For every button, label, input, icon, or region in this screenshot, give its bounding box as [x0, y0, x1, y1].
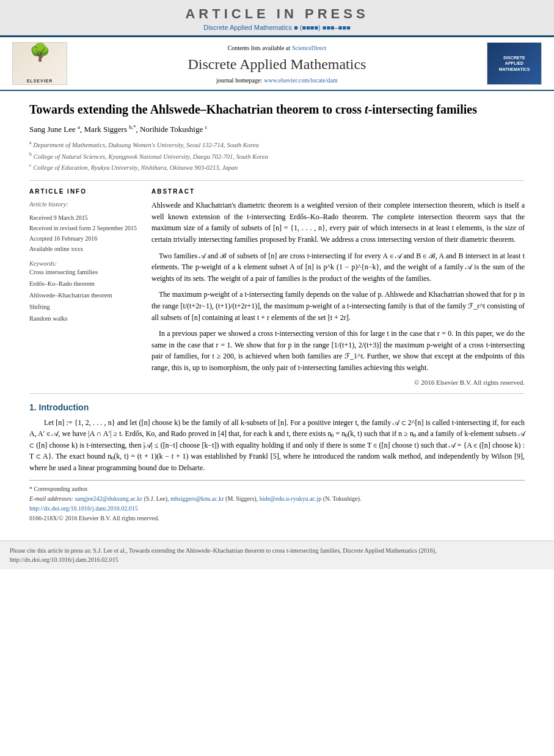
email-lee[interactable]: sangjee242@duksung.ac.kr	[75, 495, 142, 502]
contents-line: Contents lists available at ScienceDirec…	[73, 43, 481, 53]
abstract-para-1: Ahlswede and Khachatrian's diametric the…	[151, 200, 525, 245]
left-col: ARTICLE INFO Article history: Received 9…	[29, 188, 139, 385]
abstract-para-2: Two families 𝒜 and ℬ of subsets of [n] a…	[151, 250, 525, 285]
affiliation-c: c College of Education, Ryukyu Universit…	[29, 162, 525, 173]
aip-banner: ARTICLE IN PRESS Discrete Applied Mathem…	[0, 0, 554, 35]
two-col-section: ARTICLE INFO Article history: Received 9…	[29, 188, 525, 385]
affiliation-a: a Department of Mathematics, Duksung Wom…	[29, 139, 525, 150]
abstract-heading: ABSTRACT	[151, 188, 525, 195]
keyword-1: Cross intersecting families	[29, 267, 139, 278]
journal-header: 🌳 ELSEVIER Contents lists available at S…	[0, 37, 554, 91]
doi-url[interactable]: http://dx.doi.org/10.1016/j.dam.2016.02.…	[29, 505, 138, 512]
email-lee-name: (S.J. Lee),	[144, 495, 170, 502]
keyword-5: Random walks	[29, 313, 139, 325]
elsevier-logo-container: 🌳 ELSEVIER	[12, 42, 73, 85]
section-title: 1. Introduction	[29, 402, 525, 412]
doi-line: Discrete Applied Mathematics ■ (■■■■) ■■…	[0, 24, 554, 31]
copyright: © 2016 Elsevier B.V. All rights reserved…	[151, 379, 525, 386]
history-heading: Article history:	[29, 200, 139, 210]
accepted-date: Accepted 16 February 2016	[29, 233, 139, 244]
article-info-heading: ARTICLE INFO	[29, 188, 139, 195]
revised-date: Received in revised form 2 September 201…	[29, 223, 139, 233]
homepage-url[interactable]: www.elsevier.com/locate/dam	[264, 77, 337, 84]
article-title: Towards extending the Ahlswede–Khachatri…	[29, 101, 525, 118]
dam-logo-container: DISCRETEAPPLIEDMATHEMATICS	[481, 42, 542, 85]
elsevier-logo: 🌳 ELSEVIER	[12, 42, 67, 85]
keywords-heading: Keywords:	[29, 260, 139, 267]
abstract-text: Ahlswede and Khachatrian's diametric the…	[151, 200, 525, 373]
introduction-section: 1. Introduction Let [n] := {1, 2, . . . …	[29, 402, 525, 474]
affiliations: a Department of Mathematics, Duksung Wom…	[29, 139, 525, 173]
email-siggers[interactable]: mhsiggers@knu.ac.kr	[170, 495, 224, 502]
homepage-label: journal homepage:	[216, 77, 262, 84]
right-col: ABSTRACT Ahlswede and Khachatrian's diam…	[151, 188, 525, 385]
citation-text: Please cite this article in press as: S.…	[10, 547, 437, 563]
elsevier-text: ELSEVIER	[27, 79, 53, 83]
divider-1	[29, 180, 525, 181]
contents-label: Contents lists available at	[228, 45, 290, 51]
footnotes: * Corresponding author. E-mail addresses…	[29, 480, 525, 523]
keyword-4: Shifting	[29, 302, 139, 313]
affiliation-b: b College of Natural Sciences, Kyungpook…	[29, 151, 525, 162]
email-label: E-mail addresses:	[29, 495, 75, 502]
email-tokushige-name: (N. Tokushige).	[323, 495, 362, 502]
abstract-para-3: The maximum p-weight of a t-intersecting…	[151, 289, 525, 323]
bottom-bar: Please cite this article in press as: S.…	[0, 540, 554, 569]
email-siggers-name: (M. Siggers),	[225, 495, 260, 502]
tree-icon: 🌳	[13, 44, 67, 61]
abstract-para-4: In a previous paper we showed a cross t-…	[151, 328, 525, 373]
journal-title: Discrete Applied Mathematics	[73, 56, 481, 73]
keyword-2: Erdős–Ko–Rado theorem	[29, 278, 139, 290]
section-number: 1.	[29, 402, 37, 412]
email-addresses: E-mail addresses: sangjee242@duksung.ac.…	[29, 494, 525, 504]
corresponding-author: * Corresponding author.	[29, 484, 525, 494]
keyword-3: Ahlswede–Khachatrian theorem	[29, 290, 139, 302]
keywords-section: Keywords: Cross intersecting families Er…	[29, 260, 139, 324]
article-content: Towards extending the Ahlswede–Khachatri…	[0, 91, 554, 533]
homepage-line: journal homepage: www.elsevier.com/locat…	[73, 75, 481, 85]
sciencedirect-link[interactable]: ScienceDirect	[292, 45, 326, 51]
divider-2	[29, 393, 525, 394]
keywords-list: Cross intersecting families Erdős–Ko–Rad…	[29, 267, 139, 324]
section-name: Introduction	[39, 402, 89, 412]
intro-para-1: Let [n] := {1, 2, . . . , n} and let ([n…	[29, 417, 525, 474]
aip-text: ARTICLE IN PRESS	[0, 6, 554, 22]
received-date: Received 9 March 2015	[29, 213, 139, 223]
issn-line: 0166-218X/© 2016 Elsevier B.V. All right…	[29, 514, 525, 523]
intro-text: Let [n] := {1, 2, . . . , n} and let ([n…	[29, 417, 525, 474]
doi-link: http://dx.doi.org/10.1016/j.dam.2016.02.…	[29, 504, 525, 514]
page: ARTICLE IN PRESS Discrete Applied Mathem…	[0, 0, 554, 756]
article-info-box: Article history: Received 9 March 2015 R…	[29, 200, 139, 254]
authors-line: Sang June Lee a, Mark Siggers b,*, Norih…	[29, 124, 525, 134]
dam-logo: DISCRETEAPPLIEDMATHEMATICS	[487, 42, 542, 85]
available-online: Available online xxxx	[29, 244, 139, 254]
email-tokushige[interactable]: hide@edu.u-ryukyu.ac.jp	[260, 495, 322, 502]
journal-center: Contents lists available at ScienceDirec…	[73, 43, 481, 85]
